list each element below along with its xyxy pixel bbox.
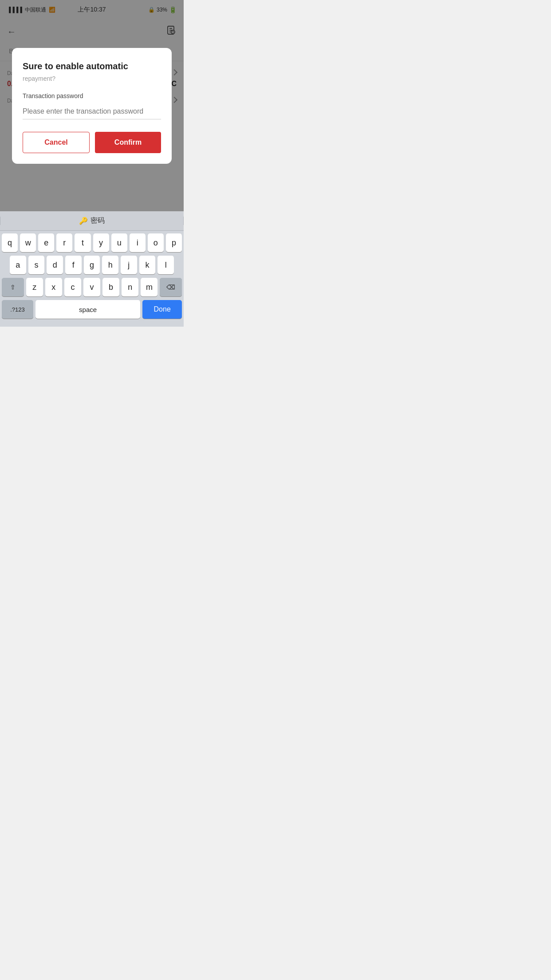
key-y[interactable]: y bbox=[93, 233, 109, 252]
modal-buttons: Cancel Confirm bbox=[23, 132, 161, 153]
key-z[interactable]: z bbox=[26, 278, 43, 296]
modal-title: Sure to enable automatic repayment? bbox=[23, 60, 161, 83]
keyboard-row-2: a s d f g h j k l bbox=[2, 256, 182, 274]
key-h[interactable]: h bbox=[102, 256, 118, 274]
key-r[interactable]: r bbox=[56, 233, 72, 252]
password-label: Transaction password bbox=[23, 92, 161, 99]
keyboard: 🔑 密码 q w e r t y u i o p a s d f g h j k bbox=[0, 211, 184, 327]
confirm-button[interactable]: Confirm bbox=[95, 132, 161, 153]
modal-subtitle: repayment? bbox=[23, 75, 55, 82]
key-icon: 🔑 bbox=[79, 217, 88, 225]
keyboard-row-1: q w e r t y u i o p bbox=[2, 233, 182, 252]
transaction-password-input[interactable] bbox=[23, 104, 161, 119]
key-b[interactable]: b bbox=[102, 278, 119, 296]
key-j[interactable]: j bbox=[121, 256, 137, 274]
key-u[interactable]: u bbox=[111, 233, 127, 252]
key-q[interactable]: q bbox=[2, 233, 18, 252]
key-k[interactable]: k bbox=[139, 256, 156, 274]
key-w[interactable]: w bbox=[20, 233, 36, 252]
key-t[interactable]: t bbox=[75, 233, 91, 252]
keyboard-row-4: .?123 space Done bbox=[2, 300, 182, 319]
keyboard-row-3: ⇧ z x c v b n m ⌫ bbox=[2, 278, 182, 296]
delete-key[interactable]: ⌫ bbox=[160, 278, 182, 296]
key-m[interactable]: m bbox=[141, 278, 157, 296]
key-c[interactable]: c bbox=[64, 278, 81, 296]
key-i[interactable]: i bbox=[130, 233, 146, 252]
key-e[interactable]: e bbox=[38, 233, 54, 252]
key-g[interactable]: g bbox=[84, 256, 100, 274]
key-f[interactable]: f bbox=[65, 256, 82, 274]
key-a[interactable]: a bbox=[10, 256, 26, 274]
key-o[interactable]: o bbox=[148, 233, 164, 252]
keyboard-rows: q w e r t y u i o p a s d f g h j k l ⇧ … bbox=[0, 231, 184, 319]
confirm-modal: Sure to enable automatic repayment? Tran… bbox=[12, 48, 172, 164]
space-key[interactable]: space bbox=[35, 300, 140, 319]
key-v[interactable]: v bbox=[83, 278, 100, 296]
key-x[interactable]: x bbox=[45, 278, 62, 296]
done-key[interactable]: Done bbox=[142, 300, 182, 319]
keyboard-toolbar-label: 🔑 密码 bbox=[79, 216, 105, 225]
modal-overlay: Sure to enable automatic repayment? Tran… bbox=[0, 0, 184, 211]
symbol-key[interactable]: .?123 bbox=[2, 300, 33, 319]
key-n[interactable]: n bbox=[122, 278, 138, 296]
key-s[interactable]: s bbox=[28, 256, 45, 274]
key-l[interactable]: l bbox=[157, 256, 174, 274]
cancel-button[interactable]: Cancel bbox=[23, 132, 90, 153]
key-p[interactable]: p bbox=[166, 233, 182, 252]
keyboard-toolbar: 🔑 密码 bbox=[0, 211, 184, 231]
shift-key[interactable]: ⇧ bbox=[2, 278, 24, 296]
key-d[interactable]: d bbox=[47, 256, 63, 274]
